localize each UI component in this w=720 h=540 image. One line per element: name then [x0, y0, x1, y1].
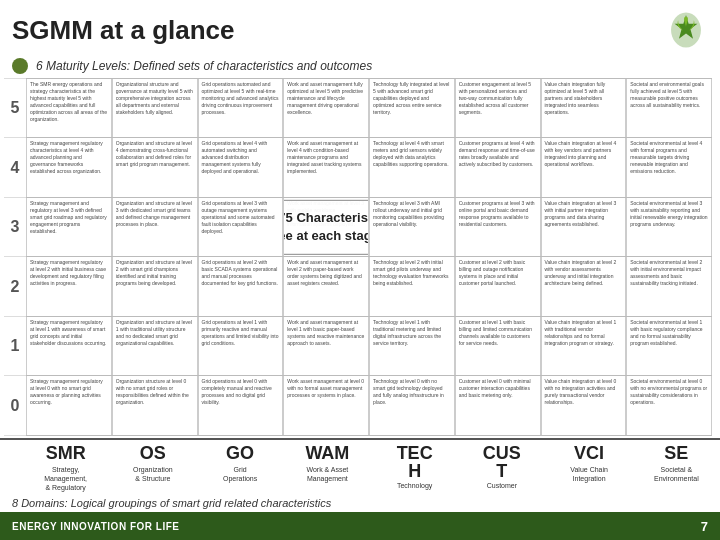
cell-1-tech: Technology at level 1 with traditional m… [369, 317, 455, 375]
grid-row-4: Strategy management regulatory character… [26, 137, 712, 196]
cell-3-smr: Strategy management and regulatory at le… [26, 198, 112, 256]
domain-go-name: GridOperations [223, 465, 257, 483]
footer-page-number: 7 [701, 519, 708, 534]
cell-4-cust: Customer programs at level 4 with demand… [455, 138, 541, 196]
domain-wam-abbr: WAM [305, 444, 349, 464]
grid-row-0: Strategy management regulatory at level … [26, 375, 712, 435]
cell-1-vci: Value chain integration at level 1 with … [541, 317, 627, 375]
cell-1-smr: Strategy management regulatory at level … [26, 317, 112, 375]
cell-5-wam: Work and asset management fully optimize… [283, 79, 369, 137]
grid-row-1: Strategy management regulatory at level … [26, 316, 712, 375]
domain-go-abbr: GO [226, 444, 254, 464]
domain-vci-abbr: VCI [574, 444, 604, 464]
domain-vci: VCI Value ChainIntegration [546, 444, 633, 492]
domain-cust-abbr: CUST [483, 444, 521, 480]
header: SGMM at a glance [0, 0, 720, 56]
domain-smr-abbr: SMR [46, 444, 86, 464]
footer-tagline: ENERGY INNOVATION FOR LIFE [12, 521, 179, 532]
cell-2-smr: Strategy management regulatory at level … [26, 257, 112, 315]
cell-2-wam: Work and asset management at level 2 wit… [283, 257, 369, 315]
domains-label-bar: 8 Domains: Logical groupings of smart gr… [0, 494, 720, 512]
domain-wam-name: Work & AssetManagement [306, 465, 348, 483]
level-1: 1 [4, 316, 26, 375]
cell-4-vci: Value chain integration at level 4 with … [541, 138, 627, 196]
grid-container: The SMR energy operations and strategy c… [26, 78, 712, 436]
cell-3-os: Organization and structure at level 3 wi… [112, 198, 198, 256]
cell-4-tech: Technology at level 4 with smart meters … [369, 138, 455, 196]
cell-5-vci: Value chain integration fully optimized … [541, 79, 627, 137]
cell-0-se: Societal environmental at level 0 with n… [626, 376, 712, 434]
cell-5-tech: Technology fully integrated at level 5 w… [369, 79, 455, 137]
cell-5-cust: Customer engagement at level 5 with pers… [455, 79, 541, 137]
domain-tech: TECH Technology [371, 444, 458, 492]
domain-se-abbr: SE [664, 444, 688, 464]
cell-1-wam: Work and asset management at level 1 wit… [283, 317, 369, 375]
subtitle-bar: 6 Maturity Levels: Defined sets of chara… [0, 56, 720, 76]
cell-5-os: Organizational structure and governance … [112, 79, 198, 137]
footer: ENERGY INNOVATION FOR LIFE 7 [0, 512, 720, 540]
bullet-icon [12, 58, 28, 74]
grid-row-3: Strategy management and regulatory at le… [26, 197, 712, 256]
grid-row-2: Strategy management regulatory at level … [26, 256, 712, 315]
subtitle-text: 6 Maturity Levels: Defined sets of chara… [36, 59, 372, 73]
domain-smr-name: Strategy,Management,& Regulatory [44, 465, 87, 492]
cell-5-se: Societal and environmental goals fully a… [626, 79, 712, 137]
domain-vci-name: Value ChainIntegration [570, 465, 608, 483]
domain-wam: WAM Work & AssetManagement [284, 444, 371, 492]
cell-0-cust: Customer at level 0 with minimal custome… [455, 376, 541, 434]
cell-5-go: Grid operations automated and optimized … [198, 79, 284, 137]
level-0: 0 [4, 375, 26, 435]
company-logo-icon [664, 8, 708, 52]
cell-2-os: Organization and structure at level 2 wi… [112, 257, 198, 315]
cell-4-os: Organization and structure at level 4 de… [112, 138, 198, 196]
cell-0-vci: Value chain integration at level 0 with … [541, 376, 627, 434]
cell-4-go: Grid operations at level 4 with automate… [198, 138, 284, 196]
domain-go: GO GridOperations [197, 444, 284, 492]
cell-1-se: Societal environmental at level 1 with b… [626, 317, 712, 375]
cell-3-wam: 175 Characteristics: Features you would … [283, 198, 369, 256]
grid-row-5: The SMR energy operations and strategy c… [26, 78, 712, 137]
cell-4-wam: Work and asset management at level 4 wit… [283, 138, 369, 196]
domains-row: SMR Strategy,Management,& Regulatory OS … [0, 438, 720, 494]
cell-3-go: Grid operations at level 3 with outage m… [198, 198, 284, 256]
cell-0-tech: Technology at level 0 with no smart grid… [369, 376, 455, 434]
cell-1-cust: Customer at level 1 with basic billing a… [455, 317, 541, 375]
cell-0-wam: Work asset management at level 0 with no… [283, 376, 369, 434]
cell-4-se: Societal environmental at level 4 with f… [626, 138, 712, 196]
cell-1-go: Grid operations at level 1 with primaril… [198, 317, 284, 375]
domains-label-text: 8 Domains: Logical groupings of smart gr… [12, 497, 331, 509]
domain-os: OS Organization& Structure [109, 444, 196, 492]
level-5: 5 [4, 78, 26, 137]
level-2: 2 [4, 256, 26, 315]
levels-column: 5 4 3 2 1 0 [4, 78, 26, 436]
cell-2-se: Societal environmental at level 2 with i… [626, 257, 712, 315]
page: SGMM at a glance 6 Maturity Levels: Defi… [0, 0, 720, 540]
level-4: 4 [4, 137, 26, 196]
cell-0-go: Grid operations at level 0 with complete… [198, 376, 284, 434]
cell-5-smr: The SMR energy operations and strategy c… [26, 79, 112, 137]
page-title: SGMM at a glance [12, 15, 235, 46]
level-3: 3 [4, 197, 26, 256]
cell-3-cust: Customer programs at level 3 with online… [455, 198, 541, 256]
domain-smr: SMR Strategy,Management,& Regulatory [22, 444, 109, 492]
domain-os-name: Organization& Structure [133, 465, 173, 483]
cell-3-se: Societal environmental at level 3 with s… [626, 198, 712, 256]
cell-4-smr: Strategy management regulatory character… [26, 138, 112, 196]
cell-1-os: Organization and structure at level 1 wi… [112, 317, 198, 375]
domain-cust: CUST Customer [458, 444, 545, 492]
domain-se-name: Societal &Environmental [654, 465, 699, 483]
domain-tech-name: Technology [397, 481, 432, 490]
domain-os-abbr: OS [140, 444, 166, 464]
cell-2-cust: Customer at level 2 with basic billing a… [455, 257, 541, 315]
domain-tech-abbr: TECH [397, 444, 433, 480]
grid-rows: The SMR energy operations and strategy c… [26, 78, 712, 436]
cell-2-go: Grid operations at level 2 with basic SC… [198, 257, 284, 315]
cell-2-vci: Value chain integration at level 2 with … [541, 257, 627, 315]
cell-3-tech: Technology at level 3 with AMI rollout u… [369, 198, 455, 256]
cell-0-os: Organization structure at level 0 with n… [112, 376, 198, 434]
domain-cust-name: Customer [487, 481, 517, 490]
cell-3-vci: Value chain integration at level 3 with … [541, 198, 627, 256]
domain-se: SE Societal &Environmental [633, 444, 720, 492]
main-area: 5 4 3 2 1 0 The SMR energy operations an… [0, 76, 720, 438]
cell-0-smr: Strategy management regulatory at level … [26, 376, 112, 434]
